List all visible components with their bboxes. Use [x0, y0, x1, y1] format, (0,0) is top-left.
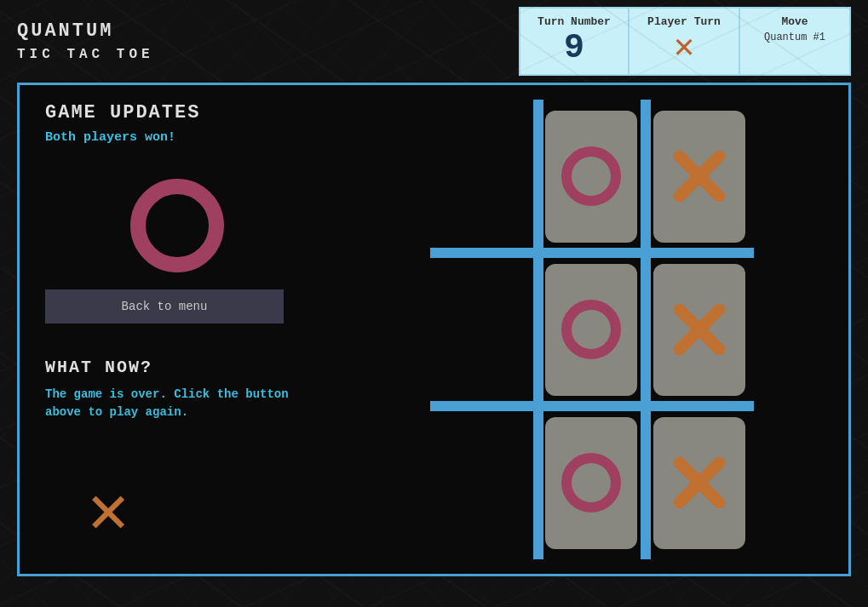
cell-0-1[interactable] — [537, 100, 646, 253]
bottom-x-area: ✕ — [88, 480, 129, 548]
turn-number-panel: Turn Number 9 — [519, 7, 629, 76]
x-symbol-1-2 — [670, 300, 729, 359]
board-area — [335, 85, 848, 574]
move-panel: Move Quantum #1 — [740, 7, 851, 76]
cell-inner-1-1 — [545, 264, 637, 396]
turn-number-label: Turn Number — [537, 15, 611, 28]
cell-2-1[interactable] — [537, 406, 646, 559]
cell-0-0[interactable] — [430, 100, 538, 253]
header: QUANTUM TIC TAC TOE Turn Number 9 Player… — [0, 0, 868, 83]
o-symbol-2-1 — [561, 453, 621, 513]
what-now-msg: The game is over. Click the button above… — [45, 386, 309, 421]
cell-2-0[interactable] — [430, 406, 538, 559]
main-area: GAME UPDATES Both players won! Back to m… — [17, 83, 851, 576]
o-symbol — [561, 146, 621, 206]
what-now-title: WHAT NOW? — [45, 358, 309, 377]
o-symbol-1-1 — [561, 300, 621, 359]
cell-0-2[interactable] — [646, 100, 754, 253]
move-label: Move — [781, 15, 808, 28]
player-turn-value: ✕ — [674, 31, 694, 66]
logo: QUANTUM TIC TAC TOE — [17, 19, 154, 64]
cell-inner-0-2 — [653, 111, 745, 243]
logo-line2: TIC TAC TOE — [17, 45, 154, 64]
cell-1-2[interactable] — [646, 253, 754, 406]
logo-line1: QUANTUM — [17, 19, 154, 45]
game-board — [430, 100, 754, 559]
cell-2-2[interactable] — [646, 406, 754, 559]
game-updates-title: GAME UPDATES — [45, 102, 309, 123]
big-o-area — [45, 179, 309, 272]
cell-inner-0-1 — [545, 111, 637, 243]
move-value: Quantum #1 — [764, 31, 825, 43]
cell-inner-2-1 — [545, 417, 637, 549]
cell-1-1[interactable] — [537, 253, 646, 406]
back-to-menu-button[interactable]: Back to menu — [45, 289, 284, 324]
player-turn-label: Player Turn — [647, 15, 721, 28]
big-o-symbol — [130, 179, 224, 272]
cell-inner-2-2 — [653, 417, 745, 549]
turn-number-value: 9 — [564, 31, 584, 66]
sidebar: GAME UPDATES Both players won! Back to m… — [20, 85, 335, 574]
x-symbol-0-2 — [670, 146, 729, 206]
big-x-symbol: ✕ — [88, 480, 129, 548]
info-panels: Turn Number 9 Player Turn ✕ Move Quantum… — [519, 7, 851, 76]
player-turn-panel: Player Turn ✕ — [629, 7, 740, 76]
game-updates-msg: Both players won! — [45, 130, 309, 145]
cell-1-0[interactable] — [430, 253, 538, 406]
x-symbol-2-2 — [670, 453, 729, 513]
cell-inner-1-2 — [653, 264, 745, 396]
